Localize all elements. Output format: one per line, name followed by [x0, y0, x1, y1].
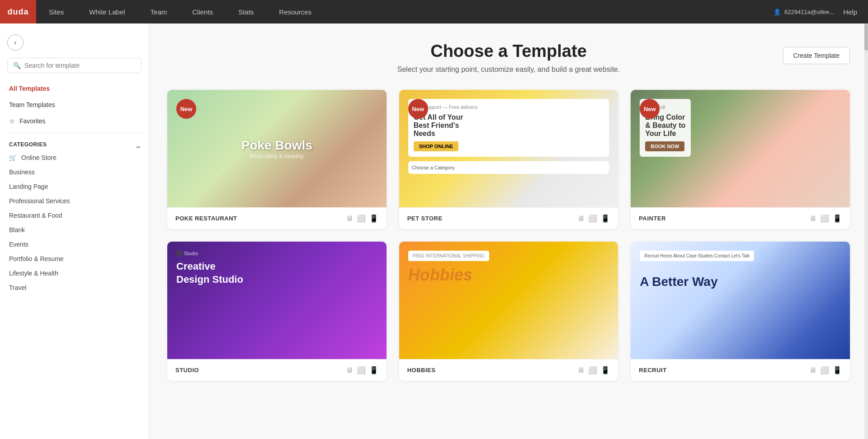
search-wrap: 🔍	[0, 58, 149, 80]
main-header: Choose a Template Select your starting p…	[167, 42, 850, 74]
sidebar-item-events[interactable]: Events	[0, 237, 149, 252]
topnav-right: 👤 6229411a@uifee... Help	[774, 8, 868, 16]
sidebar-item-portfolio-resume[interactable]: Portfolio & Resume	[0, 252, 149, 266]
template-footer-hobbies: HOBBIES 🖥 ⬜ 📱	[399, 359, 618, 381]
sidebar-item-team-templates[interactable]: Team Templates	[0, 97, 149, 113]
sidebar-item-lifestyle-health[interactable]: Lifestyle & Health	[0, 266, 149, 280]
help-link[interactable]: Help	[843, 8, 857, 16]
categories-header: CATEGORIES ⎯	[0, 137, 149, 150]
category-label: Online Store	[21, 154, 57, 161]
desktop-icon-painter[interactable]: 🖥	[809, 215, 816, 223]
topnav: duda Sites White Label Team Clients Stat…	[0, 0, 868, 23]
template-thumb-pet: 24/7 support — Free delivery Get All of …	[399, 90, 618, 207]
scrollbar-thumb[interactable]	[864, 23, 868, 51]
mobile-icon-painter[interactable]: 📱	[833, 214, 842, 223]
template-name-poke: POKE RESTAURANT	[175, 215, 237, 222]
sidebar-item-professional-services[interactable]: Professional Services	[0, 194, 149, 208]
sidebar-item-online-store[interactable]: 🛒 Online Store	[0, 150, 149, 165]
desktop-icon-hobbies[interactable]: 🖥	[577, 366, 585, 374]
chevron-left-icon: ‹	[14, 38, 16, 47]
team-templates-label: Team Templates	[9, 101, 55, 108]
tablet-icon-hobbies[interactable]: ⬜	[588, 366, 597, 374]
nav-resources[interactable]: Resources	[266, 0, 324, 23]
tablet-icon-studio[interactable]: ⬜	[357, 366, 366, 374]
logo-text: duda	[8, 7, 29, 17]
collapse-icon[interactable]: ⎯	[137, 141, 140, 148]
template-devices-poke: 🖥 ⬜ 📱	[346, 214, 378, 223]
desktop-icon-pet[interactable]: 🖥	[577, 215, 585, 223]
template-thumb-poke: Poke Bowls fresh tasty & healthy New	[167, 90, 387, 207]
tablet-icon-poke[interactable]: ⬜	[357, 214, 366, 223]
new-badge-painter: New	[640, 99, 660, 119]
sidebar-item-travel[interactable]: Travel	[0, 280, 149, 295]
scrollbar-track[interactable]	[864, 23, 868, 439]
user-menu[interactable]: 👤 6229411a@uifee...	[774, 9, 834, 15]
desktop-icon-poke[interactable]: 🖥	[346, 215, 353, 223]
sidebar-item-blank[interactable]: Blank	[0, 223, 149, 237]
nav-clients[interactable]: Clients	[179, 0, 226, 23]
search-box: 🔍	[7, 58, 142, 73]
tablet-icon-painter[interactable]: ⬜	[820, 214, 829, 223]
user-email: 6229411a@uifee...	[784, 9, 834, 15]
template-devices-recruit: 🖥 ⬜ 📱	[809, 366, 842, 374]
sidebar-item-restaurant-food[interactable]: Restaurant & Food	[0, 208, 149, 223]
desktop-icon-studio[interactable]: 🖥	[346, 366, 353, 374]
template-footer-studio: STUDIO 🖥 ⬜ 📱	[167, 359, 387, 381]
template-card-poke[interactable]: Poke Bowls fresh tasty & healthy New POK…	[167, 90, 387, 229]
favorites-label: Favorites	[19, 117, 46, 125]
thumb-image-poke: Poke Bowls fresh tasty & healthy	[167, 90, 387, 207]
sidebar-item-business[interactable]: Business	[0, 165, 149, 179]
template-name-recruit: RECRUIT	[639, 367, 666, 374]
nav-team[interactable]: Team	[138, 0, 180, 23]
template-name-pet: PET STORE	[407, 215, 443, 222]
events-label: Events	[9, 241, 28, 248]
page-title: Choose a Template	[167, 42, 850, 61]
back-button[interactable]: ‹	[7, 34, 24, 51]
template-devices-painter: 🖥 ⬜ 📱	[809, 214, 842, 223]
mobile-icon-pet[interactable]: 📱	[601, 214, 610, 223]
nav-white-label[interactable]: White Label	[76, 0, 137, 23]
lifestyle-health-label: Lifestyle & Health	[9, 270, 58, 277]
create-template-button[interactable]: Create Template	[783, 47, 850, 64]
tablet-icon-recruit[interactable]: ⬜	[820, 366, 829, 374]
nav-stats[interactable]: Stats	[226, 0, 266, 23]
template-card-pet[interactable]: 24/7 support — Free delivery Get All of …	[399, 90, 618, 229]
template-thumb-studio: ⬛ Studio CreativeDesign Studio	[167, 242, 387, 359]
template-thumb-recruit: Recruit Home About Case Studies Contact …	[631, 242, 850, 359]
template-footer-poke: POKE RESTAURANT 🖥 ⬜ 📱	[167, 207, 387, 229]
sidebar-item-all-templates[interactable]: All Templates	[0, 80, 149, 97]
sidebar-divider	[7, 133, 142, 133]
page-subtitle: Select your starting point, customize ea…	[167, 65, 850, 74]
search-input[interactable]	[24, 62, 136, 69]
new-badge-pet: New	[408, 99, 428, 119]
template-footer-pet: PET STORE 🖥 ⬜ 📱	[399, 207, 618, 229]
professional-services-label: Professional Services	[9, 197, 70, 205]
template-card-painter[interactable]: ColorFull Bring Color& Beauty toYour Lif…	[631, 90, 850, 229]
new-badge-poke: New	[176, 99, 196, 119]
mobile-icon-recruit[interactable]: 📱	[833, 366, 842, 374]
mobile-icon-studio[interactable]: 📱	[369, 366, 378, 374]
sidebar-item-favorites[interactable]: ☆ Favorites	[0, 113, 149, 129]
template-devices-hobbies: 🖥 ⬜ 📱	[577, 366, 610, 374]
user-icon: 👤	[774, 9, 781, 15]
nav-sites[interactable]: Sites	[36, 0, 76, 23]
desktop-icon-recruit[interactable]: 🖥	[809, 366, 816, 374]
template-card-hobbies[interactable]: FREE INTERNATIONAL SHIPPING Hobbies HOBB…	[399, 242, 618, 381]
template-thumb-painter: ColorFull Bring Color& Beauty toYour Lif…	[631, 90, 850, 207]
categories-title: CATEGORIES	[9, 141, 47, 148]
landing-page-label: Landing Page	[9, 183, 48, 190]
tablet-icon-pet[interactable]: ⬜	[588, 214, 597, 223]
template-card-studio[interactable]: ⬛ Studio CreativeDesign Studio STUDIO 🖥 …	[167, 242, 387, 381]
sidebar-item-landing-page[interactable]: Landing Page	[0, 179, 149, 194]
search-icon: 🔍	[13, 62, 21, 69]
thumb-image-pet: 24/7 support — Free delivery Get All of …	[399, 90, 618, 207]
topnav-links: Sites White Label Team Clients Stats Res…	[36, 0, 774, 23]
template-grid: Poke Bowls fresh tasty & healthy New POK…	[167, 90, 850, 381]
mobile-icon-hobbies[interactable]: 📱	[601, 366, 610, 374]
template-name-painter: PAINTER	[639, 215, 666, 222]
template-card-recruit[interactable]: Recruit Home About Case Studies Contact …	[631, 242, 850, 381]
sidebar: ‹ 🔍 All Templates Team Templates ☆ Favor…	[0, 23, 149, 439]
mobile-icon-poke[interactable]: 📱	[369, 214, 378, 223]
template-devices-pet: 🖥 ⬜ 📱	[577, 214, 610, 223]
logo[interactable]: duda	[0, 0, 36, 23]
